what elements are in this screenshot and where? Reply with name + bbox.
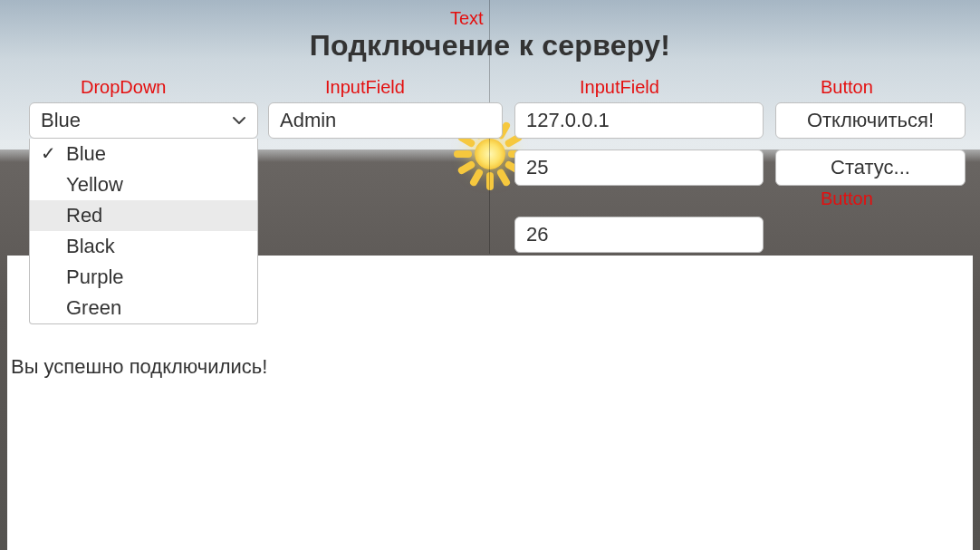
- color-dropdown-option-label: Red: [66, 204, 102, 227]
- page-title: Подключение к серверу!: [0, 29, 980, 63]
- color-dropdown-list[interactable]: ✓BlueYellowRedBlackPurpleGreen: [29, 139, 258, 324]
- color-dropdown-option[interactable]: Green: [30, 293, 257, 323]
- color-dropdown[interactable]: Blue: [29, 102, 258, 139]
- color-dropdown-option[interactable]: ✓Blue: [30, 139, 257, 169]
- status-button-label: Статус...: [831, 156, 910, 179]
- color-dropdown-option-label: Purple: [66, 265, 124, 289]
- ip-input[interactable]: [514, 102, 764, 139]
- disconnect-button[interactable]: Отключиться!: [775, 102, 966, 139]
- color-dropdown-option[interactable]: Purple: [30, 262, 257, 293]
- color-dropdown-option-label: Yellow: [66, 173, 123, 197]
- status-button[interactable]: Статус...: [775, 150, 966, 186]
- disconnect-button-label: Отключиться!: [807, 109, 934, 132]
- color-dropdown-option[interactable]: Black: [30, 231, 257, 262]
- port2-input[interactable]: [514, 217, 764, 253]
- color-dropdown-option[interactable]: Red: [30, 200, 257, 231]
- log-output-text: Вы успешно подключились!: [11, 355, 267, 379]
- port1-input[interactable]: [514, 150, 764, 186]
- check-icon: ✓: [41, 142, 56, 164]
- color-dropdown-option-label: Green: [66, 296, 121, 320]
- chevron-down-icon: [230, 111, 248, 130]
- name-input[interactable]: [268, 102, 503, 139]
- color-dropdown-option-label: Black: [66, 235, 115, 258]
- color-dropdown-value: Blue: [41, 109, 81, 132]
- color-dropdown-option-label: Blue: [66, 142, 106, 166]
- color-dropdown-option[interactable]: Yellow: [30, 169, 257, 200]
